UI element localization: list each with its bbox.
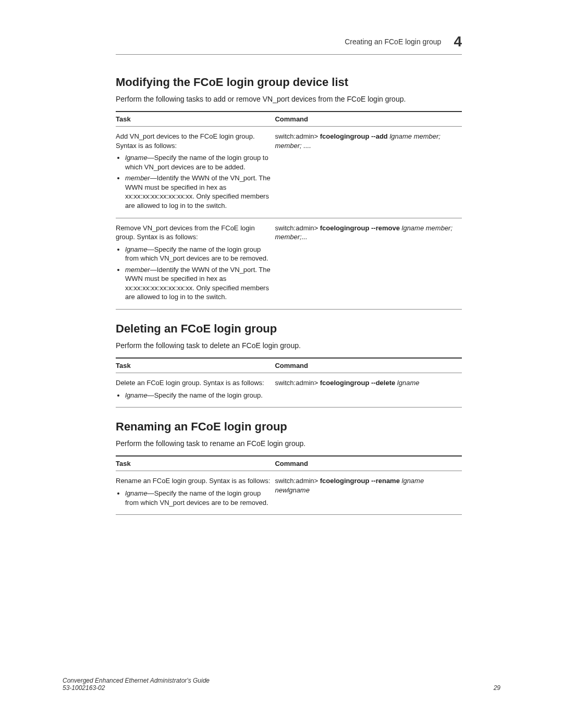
section-title-rename: Renaming an FCoE login group bbox=[116, 420, 462, 434]
table-header-command: Command bbox=[275, 456, 462, 471]
section-intro-delete: Perform the following task to delete an … bbox=[116, 341, 462, 350]
bullet-term: lgname bbox=[125, 489, 148, 497]
table-header-task: Task bbox=[116, 358, 275, 373]
list-item: lgname—Specify the name of the login gro… bbox=[125, 391, 271, 400]
list-item: lgname—Specify the name of the login gro… bbox=[125, 153, 271, 171]
bullet-desc: —Specify the name of the login group. bbox=[148, 391, 263, 399]
bullet-list: lgname—Specify the name of the login gro… bbox=[116, 489, 271, 507]
task-cell: Rename an FCoE login group. Syntax is as… bbox=[116, 471, 275, 515]
list-item: member—Identify the WWN of the VN_port. … bbox=[125, 265, 271, 302]
list-item: lgname—Specify the name of the login gro… bbox=[125, 245, 271, 263]
command-cell: switch:admin> fcoelogingroup --remove lg… bbox=[275, 218, 462, 309]
task-cell: Remove VN_port devices from the FCoE log… bbox=[116, 218, 275, 309]
task-lead: Add VN_port devices to the FCoE login gr… bbox=[116, 132, 255, 150]
cmd-tail: lgname bbox=[395, 379, 419, 387]
footer-left: Converged Enhanced Ethernet Administrato… bbox=[63, 677, 210, 692]
chapter-number: 4 bbox=[454, 33, 462, 50]
task-lead: Rename an FCoE login group. Syntax is as… bbox=[116, 477, 270, 485]
footer-doc-number: 53-1002163-02 bbox=[63, 684, 210, 692]
page-footer: Converged Enhanced Ethernet Administrato… bbox=[63, 677, 500, 692]
list-item: lgname—Specify the name of the login gro… bbox=[125, 489, 271, 507]
table-header-task: Task bbox=[116, 112, 275, 127]
table-row: Add VN_port devices to the FCoE login gr… bbox=[116, 127, 462, 218]
table-rename: Task Command Rename an FCoE login group.… bbox=[116, 455, 462, 515]
table-row: Remove VN_port devices from the FCoE log… bbox=[116, 218, 462, 309]
section-title-delete: Deleting an FCoE login group bbox=[116, 322, 462, 336]
table-header-command: Command bbox=[275, 358, 462, 373]
task-cell: Delete an FCoE login group. Syntax is as… bbox=[116, 373, 275, 408]
cmd-bold: fcoelogingroup --rename bbox=[320, 477, 400, 485]
bullet-term: lgname bbox=[125, 245, 148, 253]
command-cell: switch:admin> fcoelogingroup --add lgnam… bbox=[275, 127, 462, 218]
table-delete: Task Command Delete an FCoE login group.… bbox=[116, 357, 462, 408]
bullet-term: lgname bbox=[125, 154, 148, 162]
section-intro-rename: Perform the following task to rename an … bbox=[116, 439, 462, 448]
footer-page-number: 29 bbox=[494, 684, 500, 692]
cmd-bold: fcoelogingroup --remove bbox=[320, 224, 400, 232]
command-cell: switch:admin> fcoelogingroup --rename lg… bbox=[275, 471, 462, 515]
bullet-list: lgname—Specify the name of the login gro… bbox=[116, 153, 271, 210]
table-header-task: Task bbox=[116, 456, 275, 471]
section-intro-modify: Perform the following tasks to add or re… bbox=[116, 94, 462, 104]
section-title-modify: Modifying the FCoE login group device li… bbox=[116, 76, 462, 89]
running-header: Creating an FCoE login group 4 bbox=[116, 33, 462, 50]
bullet-term: member bbox=[125, 266, 150, 274]
task-lead: Delete an FCoE login group. Syntax is as… bbox=[116, 379, 264, 387]
task-cell: Add VN_port devices to the FCoE login gr… bbox=[116, 127, 275, 218]
cmd-prefix: switch:admin> bbox=[275, 477, 320, 485]
bullet-list: lgname—Specify the name of the login gro… bbox=[116, 245, 271, 302]
header-rule bbox=[116, 54, 462, 55]
running-title: Creating an FCoE login group bbox=[345, 38, 441, 46]
command-cell: switch:admin> fcoelogingroup --delete lg… bbox=[275, 373, 462, 408]
cmd-prefix: switch:admin> bbox=[275, 132, 320, 140]
footer-doc-title: Converged Enhanced Ethernet Administrato… bbox=[63, 677, 210, 684]
page-content: Creating an FCoE login group 4 Modifying… bbox=[0, 0, 563, 515]
task-lead: Remove VN_port devices from the FCoE log… bbox=[116, 224, 255, 241]
table-row: Delete an FCoE login group. Syntax is as… bbox=[116, 373, 462, 408]
cmd-bold: fcoelogingroup --delete bbox=[320, 379, 395, 387]
bullet-term: member bbox=[125, 174, 150, 182]
table-modify: Task Command Add VN_port devices to the … bbox=[116, 111, 462, 310]
cmd-bold: fcoelogingroup --add bbox=[320, 132, 388, 140]
cmd-prefix: switch:admin> bbox=[275, 224, 320, 232]
bullet-list: lgname—Specify the name of the login gro… bbox=[116, 391, 271, 400]
table-header-command: Command bbox=[275, 112, 462, 127]
list-item: member—Identify the WWN of the VN_port. … bbox=[125, 174, 271, 210]
bullet-term: lgname bbox=[125, 391, 148, 399]
table-row: Rename an FCoE login group. Syntax is as… bbox=[116, 471, 462, 515]
cmd-prefix: switch:admin> bbox=[275, 379, 320, 387]
